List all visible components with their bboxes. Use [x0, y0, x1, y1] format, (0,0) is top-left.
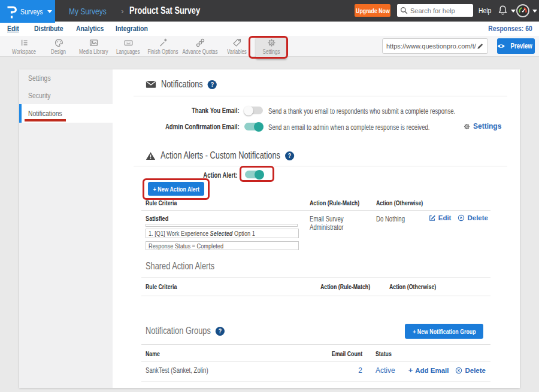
- t3-header-status: Status: [376, 350, 396, 357]
- avatar[interactable]: [516, 4, 529, 17]
- group-actions: + Add Email Delete: [408, 366, 486, 375]
- edit-url-pencil-icon[interactable]: [477, 42, 484, 50]
- envelope-icon: [146, 80, 156, 89]
- nav-row: Edit Distribute Analytics Integration Re…: [0, 22, 539, 36]
- breadcrumb-current: Product Sat Survey: [129, 5, 200, 16]
- edit-link[interactable]: Edit: [429, 214, 452, 221]
- warning-icon: [146, 151, 156, 160]
- delete-icon: [458, 214, 465, 221]
- annotation-notifications-underline: [25, 119, 66, 121]
- group-delete-link[interactable]: Delete: [455, 367, 486, 374]
- tab-integration[interactable]: Integration: [116, 22, 156, 36]
- t1-header-rule-criteria: Rule Criteria: [146, 199, 184, 206]
- tab-edit[interactable]: Edit: [7, 22, 22, 36]
- sidebar-item-settings[interactable]: Settings: [19, 69, 113, 87]
- gear-small-icon: [463, 123, 471, 130]
- help-question-icon[interactable]: ?: [208, 80, 217, 89]
- action-alert-toggle[interactable]: [245, 171, 264, 178]
- settings-panel: Settings Security Notifications Notifica…: [19, 69, 520, 388]
- admin-confirmation-label: Admin Confirmation Email:: [134, 123, 240, 131]
- palette-icon: [54, 38, 64, 48]
- image-icon: [89, 38, 99, 48]
- eye-icon: [497, 43, 505, 49]
- new-notification-group-button[interactable]: + New Notification Group: [405, 324, 483, 339]
- criteria-box-1: 1. [Q1] Work Experience Selected Option …: [146, 229, 299, 238]
- criteria-box-2: Response Status = Completed: [146, 241, 299, 250]
- group-name-cell: SankTest (Sanket, Zolin): [146, 366, 224, 375]
- add-email-link[interactable]: + Add Email: [408, 366, 449, 375]
- settings-sidebar: Settings Security Notifications: [19, 69, 113, 388]
- tab-distribute[interactable]: Distribute: [34, 22, 71, 36]
- divider: [141, 296, 490, 296]
- divider: [134, 166, 507, 166]
- criteria-empty-box: [146, 224, 298, 227]
- sidebar-item-security[interactable]: Security: [19, 87, 113, 104]
- delete-icon: [455, 367, 462, 374]
- product-caret-icon[interactable]: [47, 10, 52, 13]
- breadcrumb: My Surveys › Product Sat Survey: [69, 0, 217, 22]
- divider: [134, 96, 507, 96]
- action-alerts-heading: Action Alerts - Custom Notifications?: [146, 150, 328, 161]
- top-bar: My Surveys › Product Sat Survey Upgrade …: [0, 0, 539, 22]
- keyboard-icon: [123, 38, 134, 48]
- toolbar-settings[interactable]: Settings: [249, 36, 294, 57]
- workspace-icon: [19, 38, 29, 48]
- help-search[interactable]: [397, 4, 473, 17]
- tab-analytics[interactable]: Analytics: [76, 22, 111, 36]
- rule-status: Satisfied: [146, 215, 174, 222]
- admin-confirmation-description: Send an email to admin when a complete r…: [268, 123, 470, 132]
- preview-button[interactable]: Preview: [497, 38, 535, 54]
- responses-count[interactable]: Responses: 60: [477, 22, 532, 36]
- divider: [141, 361, 490, 361]
- delete-link[interactable]: Delete: [458, 214, 488, 221]
- rule-match-cell: Email Survey Administrator: [310, 215, 378, 232]
- breadcrumb-parent[interactable]: My Surveys: [69, 6, 107, 16]
- upgrade-now-button[interactable]: Upgrade Now: [355, 4, 390, 17]
- t3-header-name: Name: [146, 350, 163, 357]
- notification-groups-heading: Notification Groups?: [146, 326, 244, 336]
- divider: [141, 210, 490, 211]
- gear-icon: [267, 38, 277, 48]
- notifications-heading: Notifications?: [146, 79, 231, 90]
- avatar-caret-icon[interactable]: [532, 10, 537, 13]
- admin-confirmation-toggle[interactable]: [244, 123, 263, 130]
- thank-you-email-toggle[interactable]: [244, 107, 263, 114]
- t3-header-email-count: Email Count: [316, 350, 362, 357]
- help-question-icon[interactable]: ?: [216, 327, 225, 336]
- product-menu-label[interactable]: Surveys: [20, 7, 43, 16]
- thank-you-email-label: Thank You Email:: [134, 107, 240, 115]
- t1-header-otherwise: Action (Otherwise): [376, 199, 435, 206]
- bell-caret-icon[interactable]: [511, 10, 516, 13]
- notifications-content: Notifications? Thank You Email: Send a t…: [113, 69, 520, 388]
- t2-header-rule-criteria: Rule Criteria: [146, 283, 184, 290]
- questionpro-logo-icon: [5, 4, 17, 19]
- divider: [141, 277, 490, 278]
- gauge-icon: [517, 5, 528, 16]
- notifications-bell-icon[interactable]: [497, 5, 508, 16]
- tag-icon: [232, 38, 242, 48]
- group-email-count[interactable]: 2: [316, 366, 362, 375]
- admin-settings-link[interactable]: Settings: [463, 122, 501, 130]
- rule-actions: Edit Delete: [429, 214, 488, 221]
- breadcrumb-separator: ›: [121, 7, 123, 16]
- search-input[interactable]: [410, 7, 470, 14]
- action-alert-label: Action Alert:: [134, 171, 238, 180]
- group-status[interactable]: Active: [376, 366, 395, 375]
- help-question-icon[interactable]: ?: [285, 151, 294, 160]
- help-link[interactable]: Help: [479, 0, 491, 22]
- search-icon: [400, 7, 408, 14]
- wand-icon: [158, 38, 168, 48]
- survey-url-box[interactable]: [382, 38, 488, 54]
- divider: [141, 381, 490, 382]
- shared-action-alerts-heading: Shared Action Alerts: [146, 261, 214, 272]
- new-action-alert-button[interactable]: + New Action Alert: [148, 182, 204, 196]
- divider: [141, 344, 490, 345]
- otherwise-cell: Do Nothing: [376, 215, 412, 223]
- chain-icon: [195, 38, 205, 48]
- edit-icon: [429, 214, 436, 221]
- thank-you-email-description: Send a thank you email to respondents wh…: [268, 107, 502, 116]
- app-logo-area[interactable]: Surveys: [0, 0, 55, 23]
- t1-header-rule-match: Action (Rule-Match): [310, 199, 372, 206]
- survey-url-input[interactable]: [386, 42, 477, 50]
- t2-header-rule-match: Action (Rule-Match): [320, 283, 383, 290]
